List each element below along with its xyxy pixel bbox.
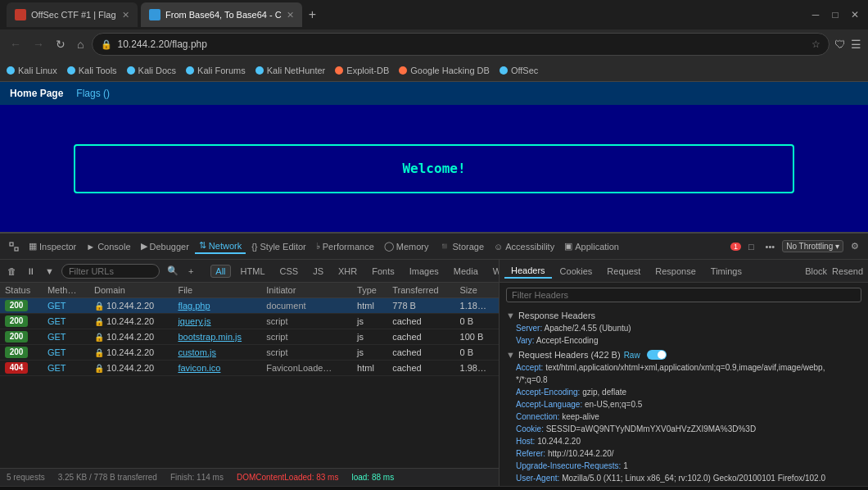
cell-file[interactable]: flag.php [173,298,261,314]
reload-button[interactable]: ↻ [52,36,69,52]
devtools-tab-performance[interactable]: ♭ Performance [312,239,378,253]
block-button[interactable]: Block [805,266,827,276]
minimize-button[interactable]: ─ [809,8,822,21]
system-tray-firefox[interactable]: 🦊 [425,487,451,491]
devtools-tab-accessibility[interactable]: ☺ Accessibility [490,240,558,253]
devtools-more-button[interactable]: ••• [762,240,780,253]
header-accept-language: Accept-Language: en-US,en;q=0.5 [516,399,861,411]
maximize-button[interactable]: □ [829,8,842,21]
raw-button[interactable]: Raw [624,351,640,360]
filter-all[interactable]: All [210,265,230,278]
filter-images[interactable]: Images [405,265,444,278]
filter-xhr[interactable]: XHR [333,265,362,278]
back-button[interactable]: ← [7,36,25,52]
raw-toggle[interactable] [647,350,667,360]
menu-icon[interactable]: ☰ [851,38,861,51]
devtools-tab-application[interactable]: ▣ Application [560,239,623,253]
devtools-tab-console[interactable]: ► Console [82,240,134,253]
htab-request[interactable]: Request [600,265,647,278]
devtools-tab-network[interactable]: ⇅ Network [195,238,246,254]
file-link[interactable]: jquery.js [178,316,210,326]
bookmark-kali-forums[interactable]: Kali Forums [186,66,246,75]
debugger-icon: ▶ [141,241,147,252]
cell-transferred: cached [387,345,454,361]
filter-js[interactable]: JS [308,265,328,278]
table-row[interactable]: 200 GET 🔒10.244.2.20 flag.php document h… [0,298,499,314]
filter-ws[interactable]: WS [488,265,500,278]
devtools-tab-storage[interactable]: ◾ Storage [435,239,489,253]
file-link[interactable]: favicon.ico [178,363,220,373]
home-button[interactable]: ⌂ [74,36,87,52]
htab-cookies[interactable]: Cookies [554,265,599,278]
nav-icons: 🛡 ☰ [834,38,861,51]
devtools-tab-style-editor[interactable]: {} Style Editor [247,240,310,253]
cell-file[interactable]: custom.js [173,345,261,361]
cell-file[interactable]: favicon.ico [173,361,261,376]
table-row[interactable]: 200 GET 🔒10.244.2.20 custom.js script js… [0,345,499,361]
htab-timings[interactable]: Timings [704,265,748,278]
table-row[interactable]: 404 GET 🔒10.244.2.20 favicon.ico Favicon… [0,361,499,376]
devtools-inspect-icon[interactable] [5,240,23,253]
file-link[interactable]: custom.js [178,347,215,357]
cell-initiator: FaviconLoade… [261,361,352,376]
devtools-tab-inspector[interactable]: ▦ Inspector [25,239,80,253]
col-transferred: Transferred [387,283,454,298]
filter-fonts[interactable]: Fonts [367,265,400,278]
tab-2[interactable]: From Base64, To Base64 - C ✕ [141,2,302,27]
search-icon[interactable]: 🔍 [165,265,181,277]
filter-urls-input[interactable] [61,264,160,279]
address-text: 10.244.2.20/flag.php [117,39,807,50]
header-accept-continued: */*;q=0.8 [516,374,861,386]
bookmark-google-hacking-db[interactable]: Google Hacking DB [399,66,490,75]
network-panel: 🗑 ⏸ ▼ 🔍 + All HTML CSS JS XHR Fonts Imag… [0,260,500,486]
site-nav-home[interactable]: Home Page [10,88,63,99]
cell-initiator: script [261,314,352,329]
table-row[interactable]: 200 GET 🔒10.244.2.20 bootstrap.min.js sc… [0,329,499,345]
cell-domain: 🔒10.244.2.20 [89,345,173,361]
filter-css[interactable]: CSS [275,265,304,278]
forward-button[interactable]: → [29,36,47,52]
file-link[interactable]: flag.php [178,301,210,311]
pause-recording-icon[interactable]: ⏸ [24,265,38,277]
bookmark-kali-tools[interactable]: Kali Tools [67,66,117,75]
file-link[interactable]: bootstrap.min.js [178,332,242,342]
header-key: Connection: [516,412,559,421]
header-key: Upgrade-Insecure-Requests: [516,461,621,470]
request-headers-section[interactable]: ▼ Request Headers (422 B) Raw [506,350,861,360]
bookmark-offsec[interactable]: OffSec [500,66,538,75]
devtools-settings-icon[interactable]: ⚙ [847,239,863,253]
tab-close-2[interactable]: ✕ [287,10,294,20]
filter-html[interactable]: HTML [236,265,270,278]
devtools-tab-memory[interactable]: ◯ Memory [380,239,433,253]
cell-initiator: document [261,298,352,314]
address-bar[interactable]: 🔒 10.244.2.20/flag.php ☆ [92,33,830,56]
cell-type: js [352,329,387,345]
bookmark-kali-linux[interactable]: Kali Linux [7,66,57,75]
filter-icon[interactable]: ▼ [43,265,57,277]
cell-initiator: script [261,345,352,361]
bookmark-kali-docs[interactable]: Kali Docs [127,66,176,75]
import-icon[interactable]: + [186,265,196,277]
new-tab-button[interactable]: + [309,7,316,22]
bookmark-kali-nethunter[interactable]: Kali NetHunter [255,66,326,75]
htab-response[interactable]: Response [649,265,703,278]
devtools-dock-button[interactable]: □ [744,240,758,253]
bookmark-exploit-db[interactable]: Exploit-DB [335,66,389,75]
filter-media[interactable]: Media [449,265,483,278]
site-nav-flags[interactable]: Flags () [76,88,110,99]
devtools-tab-debugger[interactable]: ▶ Debugger [137,239,193,253]
resend-button[interactable]: Resend [832,266,863,276]
bookmark-star-icon[interactable]: ☆ [811,39,821,50]
clear-requests-icon[interactable]: 🗑 [5,265,19,277]
col-domain: Domain [89,283,173,298]
cell-file[interactable]: jquery.js [173,314,261,329]
tab-1[interactable]: OffSec CTF #1 | Flag ✕ [7,2,138,27]
filter-headers-input[interactable] [506,288,861,302]
table-row[interactable]: 200 GET 🔒10.244.2.20 jquery.js script js… [0,314,499,329]
tab-close-1[interactable]: ✕ [122,10,129,20]
response-headers-section[interactable]: ▼ Response Headers [506,311,861,320]
throttle-selector[interactable]: No Throttling ▾ [782,240,843,252]
htab-headers[interactable]: Headers [504,264,552,279]
cell-file[interactable]: bootstrap.min.js [173,329,261,345]
close-button[interactable]: ✕ [848,8,861,21]
